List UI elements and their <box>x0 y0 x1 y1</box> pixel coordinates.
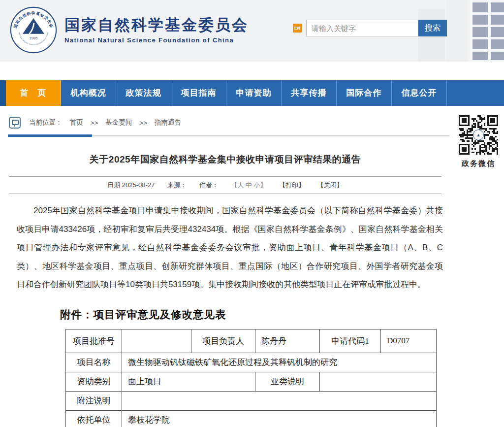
nav-item-policies[interactable]: 政策法规 <box>116 80 171 106</box>
nav-item-organization[interactable]: 机构概况 <box>61 80 116 106</box>
building-photo-windows <box>470 0 504 60</box>
divider-gray-segment <box>92 135 449 136</box>
site-subtitle: National Natural Science Foundation of C… <box>64 36 249 44</box>
article-paragraph: 2025年国家自然科学基金项目申请集中接收期间，国家自然科学基金委员会（以下简称… <box>17 201 443 294</box>
article-author-label: 作者： <box>199 181 219 189</box>
nav-filler <box>447 80 504 106</box>
table-row: 附注说明 <box>66 391 437 410</box>
cell-project-title-value: 微生物驱动钒钛磁铁矿氧化还原过程及其释钒机制的研究 <box>122 353 437 372</box>
cell-pi-label: 项目负责人 <box>191 329 255 353</box>
breadcrumb-label: 当前位置： <box>29 118 63 127</box>
building-photo-block <box>446 0 467 62</box>
nav-left-cap <box>0 80 6 106</box>
close-button[interactable]: 【关闭】 <box>317 181 343 189</box>
cell-institution-value: 攀枝花学院 <box>122 410 437 427</box>
article-title: 关于2025年国家自然科学基金集中接收申请项目评审结果的通告 <box>0 153 450 166</box>
search-button[interactable]: 搜索 <box>418 20 447 36</box>
header-spacer <box>0 62 504 80</box>
qr-center-logo-icon: ▲ <box>473 130 484 140</box>
cell-note-value <box>122 391 437 410</box>
language-en-button[interactable]: EN <box>293 24 302 33</box>
cell-note-label: 附注说明 <box>66 391 122 410</box>
article-content: 关于2025年国家自然科学基金集中接收申请项目评审结果的通告 日期 2025-0… <box>0 153 450 427</box>
nav-item-home[interactable]: 首 页 <box>6 80 61 106</box>
cell-funding-type-value: 面上项目 <box>122 372 255 391</box>
font-size-switcher[interactable]: 【大 中 小】 <box>231 181 266 189</box>
site-logo[interactable]: 国家自然科学基金委员会 NATIONAL NATURAL SCIENCE FOU… <box>10 6 249 54</box>
cell-code-label: 申请代码1 <box>320 329 381 353</box>
breadcrumb-guide-notices[interactable]: 指南通告 <box>155 118 181 127</box>
article-date: 日期 2025-08-27 <box>107 181 155 189</box>
gov-wechat-widget: ▲ 政务微信 <box>458 115 499 168</box>
review-opinion-table: 项目批准号 项目负责人 陈丹丹 申请代码1 D0707 项目名称 微生物驱动钒钛… <box>65 329 437 427</box>
nsfc-notice-page: { "header": { "site_title": "国家自然科学基金委员会… <box>0 0 504 427</box>
site-header: 国家自然科学基金委员会 NATIONAL NATURAL SCIENCE FOU… <box>0 0 504 62</box>
cell-pi-value: 陈丹丹 <box>255 329 320 353</box>
cell-project-title-label: 项目名称 <box>66 353 122 372</box>
qr-code-label: 政务微信 <box>458 159 499 168</box>
search-input[interactable] <box>306 20 418 36</box>
cell-subtype-label: 亚类说明 <box>255 372 320 391</box>
site-title-block: 国家自然科学基金委员会 National Natural Science Fou… <box>64 16 249 44</box>
cell-funding-type-label: 资助类别 <box>66 372 122 391</box>
nav-item-funding[interactable]: 申请资助 <box>226 80 282 106</box>
table-row: 资助类别 面上项目 亚类说明 <box>66 372 437 391</box>
article-source-label: 来源： <box>167 181 187 189</box>
table-row: 项目名称 微生物驱动钒钛磁铁矿氧化还原过程及其释钒机制的研究 <box>66 353 437 372</box>
article-meta-bar: 日期 2025-08-27 来源： 作者： 【大 中 小】 【打印】 【关闭】 <box>9 176 441 194</box>
print-button[interactable]: 【打印】 <box>279 181 305 189</box>
site-title: 国家自然科学基金委员会 <box>64 16 249 34</box>
breadcrumb-divider <box>8 134 449 137</box>
nsfc-seal-icon: 国家自然科学基金委员会 NATIONAL NATURAL SCIENCE FOU… <box>10 6 57 54</box>
table-row: 依托单位 攀枝花学院 <box>66 410 437 427</box>
attachment-heading: 附件：项目评审意见及修改意见表 <box>60 307 450 322</box>
main-nav: 首 页 机构概况 政策法规 项目指南 申请资助 共享传播 国际合作 信息公开 <box>0 80 504 106</box>
cell-code-value: D0707 <box>381 329 437 353</box>
search-area: EN 搜索 <box>293 20 447 36</box>
cell-grant-number-label: 项目批准号 <box>66 329 122 353</box>
breadcrumb-fund-news[interactable]: 基金要闻 <box>105 118 132 127</box>
table-row: 项目批准号 项目负责人 陈丹丹 申请代码1 D0707 <box>66 329 437 353</box>
breadcrumb-separator: >> <box>91 119 98 127</box>
cell-subtype-value <box>320 372 437 391</box>
qr-code: ▲ <box>459 115 498 155</box>
nav-item-sharing[interactable]: 共享传播 <box>282 80 337 106</box>
nav-item-programme-guide[interactable]: 项目指南 <box>171 80 226 106</box>
cell-grant-number-value <box>122 329 191 353</box>
breadcrumb-separator: >> <box>139 119 147 127</box>
breadcrumb: 当前位置： 首页 >> 基金要闻 >> 指南通告 <box>9 116 504 129</box>
breadcrumb-home[interactable]: 首页 <box>70 118 83 127</box>
divider-blue-segment <box>8 134 92 137</box>
svg-text:1986: 1986 <box>29 36 37 40</box>
location-icon <box>9 117 21 129</box>
nav-item-disclosure[interactable]: 信息公开 <box>392 80 447 106</box>
nav-item-international[interactable]: 国际合作 <box>337 80 392 106</box>
cell-institution-label: 依托单位 <box>66 410 122 427</box>
